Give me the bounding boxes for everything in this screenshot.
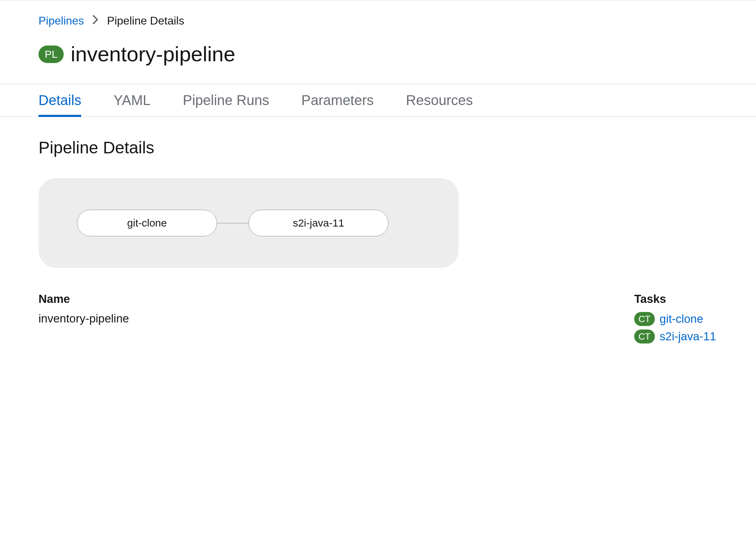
- cluster-task-badge: CT: [634, 312, 655, 326]
- tab-bar: Details YAML Pipeline Runs Parameters Re…: [0, 84, 756, 117]
- chevron-right-icon: [92, 15, 99, 27]
- breadcrumb-current: Pipeline Details: [107, 14, 184, 27]
- task-link-s2i-java-11[interactable]: s2i-java-11: [660, 330, 716, 343]
- detail-name-label: Name: [38, 292, 129, 306]
- resource-type-badge: PL: [38, 46, 64, 63]
- tab-parameters[interactable]: Parameters: [301, 84, 374, 117]
- tab-pipeline-runs[interactable]: Pipeline Runs: [183, 84, 269, 117]
- breadcrumb-parent-link[interactable]: Pipelines: [38, 14, 84, 27]
- breadcrumb: Pipelines Pipeline Details: [38, 14, 756, 27]
- detail-tasks-label: Tasks: [634, 292, 716, 306]
- task-row: CT git-clone: [634, 312, 716, 326]
- section-title: Pipeline Details: [38, 138, 718, 157]
- pipeline-diagram: git-clone s2i-java-11: [38, 178, 458, 268]
- detail-name-value: inventory-pipeline: [38, 312, 129, 325]
- cluster-task-badge: CT: [634, 329, 655, 343]
- task-connector: [217, 223, 248, 223]
- tab-details[interactable]: Details: [38, 84, 81, 117]
- task-row: CT s2i-java-11: [634, 329, 716, 343]
- page-title: inventory-pipeline: [71, 42, 235, 66]
- task-link-git-clone[interactable]: git-clone: [660, 312, 704, 326]
- tab-yaml[interactable]: YAML: [113, 84, 150, 117]
- tab-resources[interactable]: Resources: [406, 84, 473, 117]
- task-node-s2i-java-11[interactable]: s2i-java-11: [248, 210, 388, 236]
- task-node-git-clone[interactable]: git-clone: [77, 210, 217, 236]
